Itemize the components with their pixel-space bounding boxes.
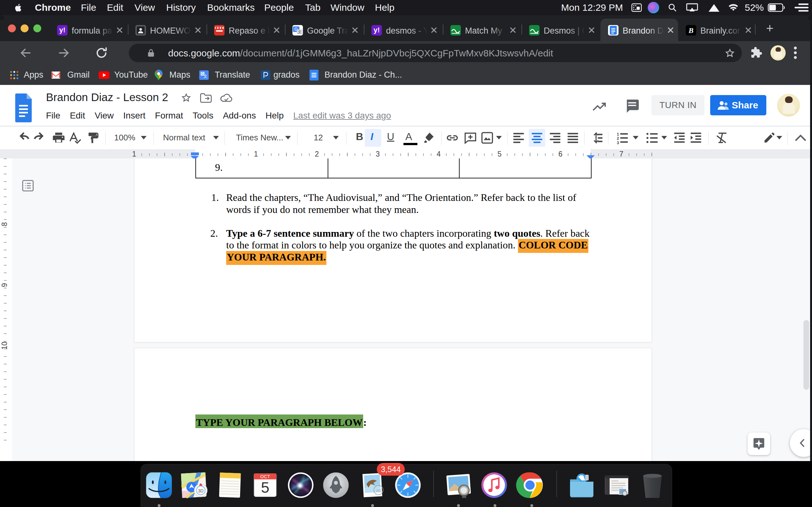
svg-text:B: B <box>688 26 694 35</box>
svg-text:3D: 3D <box>198 489 204 493</box>
svg-text:1: 1 <box>617 132 619 136</box>
svg-text:OCT: OCT <box>260 474 270 479</box>
svg-text:5: 5 <box>261 479 270 496</box>
svg-text:文: 文 <box>298 30 302 34</box>
svg-text:3: 3 <box>617 140 619 145</box>
svg-text:2: 2 <box>617 136 619 141</box>
svg-text:文: 文 <box>203 74 207 78</box>
